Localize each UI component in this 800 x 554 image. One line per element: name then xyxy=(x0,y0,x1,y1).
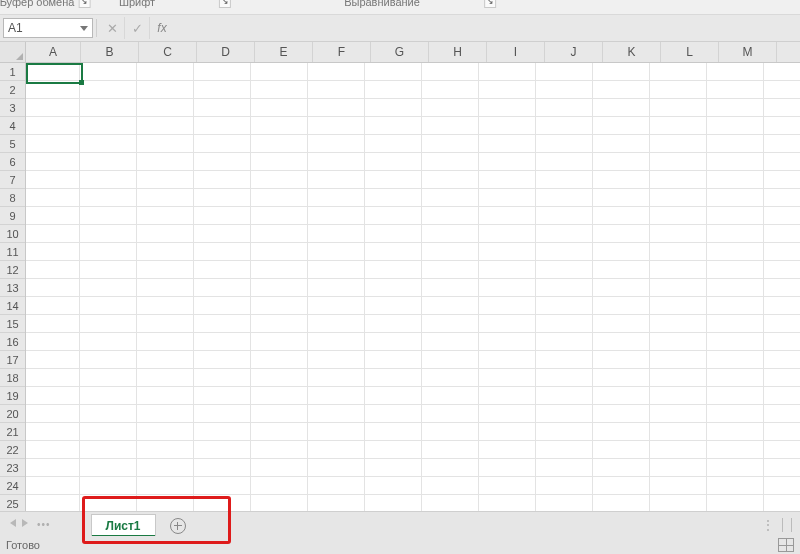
col-header[interactable]: H xyxy=(429,42,487,62)
cell[interactable] xyxy=(80,243,137,260)
cell[interactable] xyxy=(26,315,80,332)
cell[interactable] xyxy=(422,297,479,314)
next-sheet-icon[interactable] xyxy=(22,519,28,527)
cell[interactable] xyxy=(479,243,536,260)
cell[interactable] xyxy=(536,189,593,206)
cell[interactable] xyxy=(479,477,536,494)
cell[interactable] xyxy=(80,441,137,458)
cell[interactable] xyxy=(137,189,194,206)
cell[interactable] xyxy=(137,261,194,278)
cell[interactable] xyxy=(251,495,308,512)
cell[interactable] xyxy=(422,369,479,386)
cell[interactable] xyxy=(194,207,251,224)
cell[interactable] xyxy=(707,63,764,80)
cell[interactable] xyxy=(137,81,194,98)
cell[interactable] xyxy=(137,279,194,296)
cell[interactable] xyxy=(194,117,251,134)
cell[interactable] xyxy=(26,387,80,404)
cell[interactable] xyxy=(308,99,365,116)
cell[interactable] xyxy=(707,279,764,296)
cell[interactable] xyxy=(80,279,137,296)
font-launcher-icon[interactable]: ↘ xyxy=(219,0,231,8)
cell[interactable] xyxy=(365,135,422,152)
cell[interactable] xyxy=(707,99,764,116)
row-header[interactable]: 2 xyxy=(0,81,25,99)
row-header[interactable]: 1 xyxy=(0,63,25,81)
cell[interactable] xyxy=(365,153,422,170)
prev-sheet-icon[interactable] xyxy=(10,519,16,527)
cell[interactable] xyxy=(194,405,251,422)
cell[interactable] xyxy=(308,135,365,152)
cell[interactable] xyxy=(308,189,365,206)
cell[interactable] xyxy=(479,261,536,278)
cell[interactable] xyxy=(137,63,194,80)
cell[interactable] xyxy=(536,369,593,386)
cell[interactable] xyxy=(251,333,308,350)
cell[interactable] xyxy=(251,243,308,260)
cell[interactable] xyxy=(707,351,764,368)
cell[interactable] xyxy=(650,135,707,152)
cell[interactable] xyxy=(194,333,251,350)
cell[interactable] xyxy=(194,315,251,332)
cell[interactable] xyxy=(593,297,650,314)
cell[interactable] xyxy=(650,117,707,134)
cell[interactable] xyxy=(308,387,365,404)
cell[interactable] xyxy=(650,261,707,278)
cell[interactable] xyxy=(26,243,80,260)
cell[interactable] xyxy=(650,81,707,98)
col-header[interactable]: C xyxy=(139,42,197,62)
cell[interactable] xyxy=(422,387,479,404)
cell[interactable] xyxy=(365,81,422,98)
cell[interactable] xyxy=(479,333,536,350)
row-header[interactable]: 10 xyxy=(0,225,25,243)
cell[interactable] xyxy=(251,477,308,494)
scrollbar-stub[interactable] xyxy=(782,518,792,532)
cell[interactable] xyxy=(26,279,80,296)
cell[interactable] xyxy=(422,441,479,458)
cell[interactable] xyxy=(707,153,764,170)
cell[interactable] xyxy=(536,63,593,80)
cell[interactable] xyxy=(707,261,764,278)
cell[interactable] xyxy=(593,189,650,206)
cancel-button[interactable]: ✕ xyxy=(100,17,125,39)
cell[interactable] xyxy=(26,369,80,386)
row-header[interactable]: 6 xyxy=(0,153,25,171)
cell[interactable] xyxy=(365,477,422,494)
fx-button[interactable]: fx xyxy=(150,17,174,39)
cell[interactable] xyxy=(479,189,536,206)
cell[interactable] xyxy=(536,153,593,170)
cell[interactable] xyxy=(251,441,308,458)
cell[interactable] xyxy=(650,171,707,188)
cell[interactable] xyxy=(251,423,308,440)
cell[interactable] xyxy=(251,117,308,134)
cell[interactable] xyxy=(80,315,137,332)
cell[interactable] xyxy=(650,99,707,116)
cell[interactable] xyxy=(422,351,479,368)
cell[interactable] xyxy=(80,423,137,440)
cell[interactable] xyxy=(536,207,593,224)
cell[interactable] xyxy=(26,333,80,350)
cell[interactable] xyxy=(650,189,707,206)
cell[interactable] xyxy=(593,243,650,260)
cell[interactable] xyxy=(365,369,422,386)
cell[interactable] xyxy=(365,459,422,476)
cell[interactable] xyxy=(26,153,80,170)
cell[interactable] xyxy=(80,333,137,350)
cell[interactable] xyxy=(80,351,137,368)
cell[interactable] xyxy=(593,117,650,134)
cell[interactable] xyxy=(536,423,593,440)
cell[interactable] xyxy=(593,99,650,116)
name-box[interactable]: A1 xyxy=(3,18,93,38)
cell[interactable] xyxy=(365,207,422,224)
row-header[interactable]: 18 xyxy=(0,369,25,387)
cell[interactable] xyxy=(137,315,194,332)
cell[interactable] xyxy=(650,207,707,224)
alignment-launcher-icon[interactable]: ↘ xyxy=(484,0,496,8)
confirm-button[interactable]: ✓ xyxy=(125,17,150,39)
cell[interactable] xyxy=(80,225,137,242)
cell[interactable] xyxy=(479,135,536,152)
cell[interactable] xyxy=(26,189,80,206)
cell[interactable] xyxy=(422,405,479,422)
cell[interactable] xyxy=(251,279,308,296)
cell[interactable] xyxy=(194,441,251,458)
